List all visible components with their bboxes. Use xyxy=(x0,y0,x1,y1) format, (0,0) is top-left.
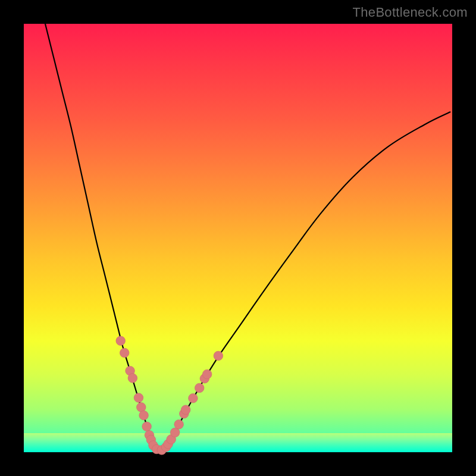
curve-group xyxy=(45,24,450,450)
marker-dot xyxy=(170,428,180,437)
marker-dot xyxy=(189,393,198,403)
curve-left xyxy=(45,24,154,447)
marker-dot xyxy=(120,348,129,358)
marker-dot xyxy=(174,419,184,429)
watermark-text: TheBottleneck.com xyxy=(353,5,468,20)
plot-area xyxy=(24,24,452,452)
chart-frame: TheBottleneck.com xyxy=(0,0,476,476)
marker-dot xyxy=(142,422,152,431)
marker-dot xyxy=(139,411,149,420)
marker-dot xyxy=(116,336,126,346)
marker-dot xyxy=(136,403,146,412)
marker-dots xyxy=(116,336,223,455)
curve-right xyxy=(167,112,450,446)
marker-dot xyxy=(202,369,212,379)
marker-dot xyxy=(214,351,223,361)
marker-dot xyxy=(134,393,143,403)
marker-dot xyxy=(195,383,204,393)
marker-dot xyxy=(128,374,137,383)
chart-svg xyxy=(24,24,452,452)
marker-dot xyxy=(181,405,190,415)
